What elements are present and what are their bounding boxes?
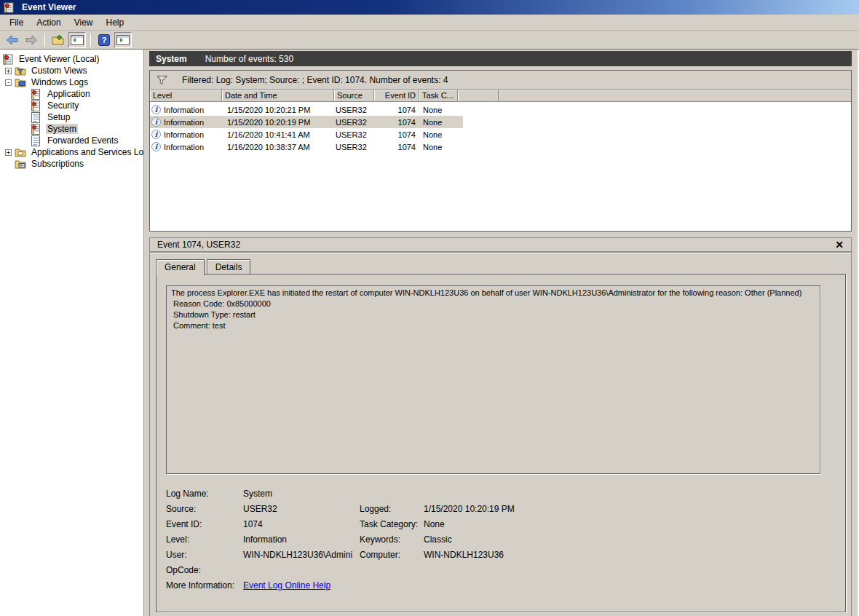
information-icon: i xyxy=(151,130,161,139)
show-console-tree-button[interactable] xyxy=(68,32,86,48)
task-cell: None xyxy=(419,143,458,151)
source-value: USER32 xyxy=(243,504,360,514)
source-cell: USER32 xyxy=(334,130,374,139)
keywords-value: Classic xyxy=(424,534,820,545)
level-cell: iInformation xyxy=(150,142,222,151)
event-row[interactable]: iInformation 1/16/2020 10:41:41 AM USER3… xyxy=(150,128,463,141)
log-name-value: System xyxy=(243,489,360,499)
event-count: Number of events: 530 xyxy=(205,54,293,64)
folder-icon xyxy=(15,147,26,158)
results-header: System Number of events: 530 xyxy=(149,51,852,66)
tree-item-application[interactable]: Application xyxy=(0,88,143,100)
close-preview-icon[interactable]: ✕ xyxy=(835,239,844,250)
preview-pane-title: Event 1074, USER32 xyxy=(157,240,240,250)
tree-item-event-viewer-local[interactable]: Event Viewer (Local) xyxy=(0,53,143,65)
help-button[interactable]: ? xyxy=(95,32,113,48)
event-id-cell: 1074 xyxy=(374,106,419,114)
collapse-minus-icon[interactable]: - xyxy=(5,79,12,86)
filter-bar[interactable]: Filtered: Log: System; Source: ; Event I… xyxy=(150,71,851,90)
menu-action[interactable]: Action xyxy=(30,15,67,30)
opcode-label: OpCode: xyxy=(166,565,243,575)
toolbar-separator xyxy=(44,33,45,47)
tree-item-subscriptions[interactable]: Subscriptions xyxy=(0,158,143,170)
tree-label: Security xyxy=(46,100,80,111)
tree-label: Custom Views xyxy=(30,66,88,76)
show-action-pane-button[interactable] xyxy=(114,32,132,48)
event-viewer-node-icon xyxy=(2,54,14,65)
tree-label: Windows Logs xyxy=(30,77,90,87)
toolbar-separator xyxy=(90,33,91,47)
forward-arrow-icon xyxy=(25,35,38,45)
preview-pane-header: Event 1074, USER32 ✕ xyxy=(150,238,851,253)
expand-plus-icon[interactable]: + xyxy=(5,68,12,74)
detail-tabs: General Details xyxy=(156,259,851,274)
event-properties: Log Name: System Source: USER32 Logged: … xyxy=(166,486,820,593)
menu-file[interactable]: File xyxy=(3,15,30,30)
tree-label: Setup xyxy=(46,112,71,122)
open-folder-icon xyxy=(52,34,65,45)
event-row[interactable]: iInformation 1/16/2020 10:38:37 AM USER3… xyxy=(150,141,463,153)
tree-label: Event Viewer (Local) xyxy=(17,54,101,64)
column-header-event-id[interactable]: Event ID xyxy=(374,90,419,101)
expand-plus-icon[interactable]: + xyxy=(5,149,12,156)
tab-general[interactable]: General xyxy=(156,259,205,275)
task-cell: None xyxy=(419,106,458,114)
source-label: Source: xyxy=(166,504,243,514)
open-saved-log-button[interactable] xyxy=(50,32,67,48)
main-panel: System Number of events: 530 Filtered: L… xyxy=(149,50,859,616)
event-row[interactable]: iInformation 1/15/2020 10:20:21 PM USER3… xyxy=(150,103,463,116)
column-header-filler xyxy=(458,90,499,101)
more-information-label: More Information: xyxy=(166,580,243,591)
column-headers: Level Date and Time Source Event ID Task… xyxy=(150,90,851,102)
event-description-box[interactable]: The process Explorer.EXE has initiated t… xyxy=(166,285,820,474)
tree-label: Subscriptions xyxy=(30,159,85,169)
tree-label: Forwarded Events xyxy=(46,135,119,146)
event-viewer-window: Event Viewer File Action View Help xyxy=(0,0,859,616)
tree-item-custom-views[interactable]: + Custom Views xyxy=(0,65,143,76)
column-header-date-time[interactable]: Date and Time xyxy=(222,90,334,101)
titlebar[interactable]: Event Viewer xyxy=(0,0,859,15)
menu-view[interactable]: View xyxy=(68,15,100,30)
shutdown-type-line: Shutdown Type: restart xyxy=(171,309,815,320)
level-cell: iInformation xyxy=(150,130,222,139)
event-log-online-help-link[interactable]: Event Log Online Help xyxy=(243,580,330,591)
menu-help[interactable]: Help xyxy=(100,15,131,30)
tree-item-forwarded-events[interactable]: Forwarded Events xyxy=(0,135,143,146)
column-header-level[interactable]: Level xyxy=(150,90,222,101)
back-button[interactable] xyxy=(4,32,21,48)
window-title: Event Viewer xyxy=(22,2,76,12)
event-id-cell: 1074 xyxy=(374,118,419,127)
event-row-selected[interactable]: iInformation 1/15/2020 10:20:19 PM USER3… xyxy=(150,116,463,128)
datetime-cell: 1/16/2020 10:38:37 AM xyxy=(222,143,334,151)
logged-label: Logged: xyxy=(360,504,424,514)
svg-text:?: ? xyxy=(102,36,107,44)
tree-item-security[interactable]: Security xyxy=(0,100,143,111)
event-list: Filtered: Log: System; Source: ; Event I… xyxy=(149,70,852,232)
datetime-cell: 1/16/2020 10:41:41 AM xyxy=(222,130,334,139)
panel-splitter[interactable] xyxy=(143,50,149,616)
computer-label: Computer: xyxy=(360,550,424,560)
tab-details[interactable]: Details xyxy=(207,259,251,274)
plain-log-icon xyxy=(31,112,42,123)
event-id-cell: 1074 xyxy=(374,143,419,151)
filter-funnel-icon xyxy=(156,75,167,85)
forward-button[interactable] xyxy=(23,32,40,48)
column-header-task-category[interactable]: Task C... xyxy=(419,90,458,101)
logged-value: 1/15/2020 10:20:19 PM xyxy=(424,504,820,514)
tree-item-system[interactable]: System xyxy=(0,123,143,135)
level-label: Level: xyxy=(166,534,243,545)
event-viewer-app-icon xyxy=(3,2,15,13)
event-id-cell: 1074 xyxy=(374,130,419,139)
column-header-source[interactable]: Source xyxy=(334,90,374,101)
source-cell: USER32 xyxy=(334,106,374,114)
console-window-icon xyxy=(71,35,84,45)
tree-item-windows-logs[interactable]: - Windows Logs xyxy=(0,76,143,88)
general-tab-page: The process Explorer.EXE has initiated t… xyxy=(156,274,846,612)
tree-label: Application xyxy=(46,89,92,99)
menubar: File Action View Help xyxy=(0,15,859,31)
event-rows: iInformation 1/15/2020 10:20:21 PM USER3… xyxy=(150,102,851,231)
task-cell: None xyxy=(419,130,458,139)
tree-item-applications-services-logs[interactable]: + Applications and Services Logs xyxy=(0,146,143,158)
tree-item-setup[interactable]: Setup xyxy=(0,111,143,123)
plain-log-icon xyxy=(31,135,42,146)
